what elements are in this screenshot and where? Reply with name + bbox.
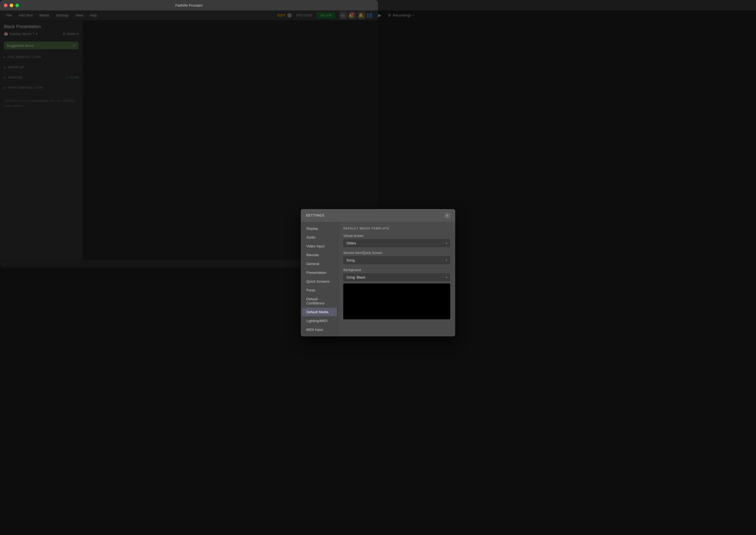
settings-nav-audio[interactable]: Audio [302,233,337,241]
service-item-dropdown[interactable]: Song ▾ [343,256,378,264]
default-media-template-label: DEFAULT MEDIA TEMPLATE [343,227,378,230]
traffic-lights [4,4,19,7]
virtual-screen-label: Virtual screen [343,234,378,238]
close-button[interactable] [4,4,8,7]
settings-nav-remote[interactable]: Remote [302,251,337,259]
settings-nav-display[interactable]: Display [302,224,337,233]
modal-title: SETTINGS [306,213,324,217]
modal-overlay: SETTINGS × Display Audio Video Input Rem… [0,11,378,268]
settings-modal: SETTINGS × Display Audio Video Input Rem… [301,209,378,268]
service-item-value: Song [346,258,354,262]
settings-content: DEFAULT MEDIA TEMPLATE Virtual screen Sl… [338,222,378,268]
settings-nav-video-input[interactable]: Video Input [302,242,337,250]
title-bar: Faithlife Proclaim [0,0,378,11]
modal-body: Display Audio Video Input Remote General… [301,222,378,268]
maximize-button[interactable] [15,4,19,7]
service-item-field: Service Item/Quick Screen Song ▾ [343,251,378,264]
settings-nav-general[interactable]: General [302,260,337,268]
minimize-button[interactable] [10,4,13,7]
virtual-screen-dropdown[interactable]: Slides ▾ [343,239,378,247]
settings-nav: Display Audio Video Input Remote General… [301,222,338,268]
app-window: Faithlife Proclaim File Add Item Media S… [0,0,378,268]
service-item-label: Service Item/Quick Screen [343,251,378,255]
modal-header: SETTINGS × [301,209,378,222]
virtual-screen-value: Slides [346,241,356,245]
virtual-screen-field: Virtual screen Slides ▾ [343,234,378,247]
window-title: Faithlife Proclaim [175,3,203,8]
